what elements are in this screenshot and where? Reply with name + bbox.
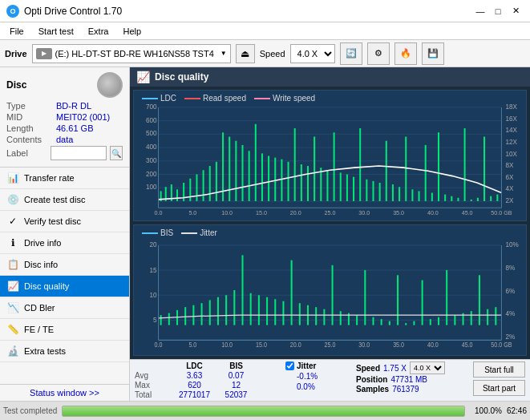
label-input[interactable] (51, 146, 107, 160)
close-button[interactable]: ✕ (508, 3, 524, 19)
svg-text:30.0: 30.0 (358, 209, 370, 216)
svg-text:45.0: 45.0 (462, 341, 473, 349)
verify-test-disc-icon: ✓ (6, 215, 19, 228)
burn-button[interactable]: 🔥 (394, 42, 417, 65)
svg-text:30.0: 30.0 (358, 341, 370, 349)
svg-rect-155 (471, 311, 472, 325)
svg-rect-71 (386, 141, 387, 201)
save-button[interactable]: 💾 (422, 42, 444, 65)
bis-col-header: BIS (218, 361, 254, 370)
svg-text:40.0: 40.0 (427, 341, 439, 349)
drive-selector[interactable]: ▶ (E:) HL-DT-ST BD-RE WH16NS58 TST4 ▼ (32, 44, 231, 63)
sidebar-item-drive-info[interactable]: ℹ Drive info (0, 232, 129, 254)
sidebar-item-extra-tests[interactable]: 🔬 Extra tests (0, 341, 129, 362)
svg-text:5.0: 5.0 (188, 209, 196, 216)
svg-rect-66 (353, 177, 354, 201)
label-button[interactable]: 🔍 (110, 146, 123, 160)
speed-stat-dropdown[interactable]: 4.0 X (410, 361, 445, 374)
svg-rect-41 (189, 179, 191, 201)
sidebar-nav: 📊 Transfer rate 💿 Create test disc ✓ Ver… (0, 168, 129, 384)
svg-rect-60 (314, 136, 315, 200)
refresh-button[interactable]: 🔄 (340, 42, 362, 65)
eject-button[interactable]: ⏏ (236, 44, 255, 63)
progress-track (62, 406, 465, 417)
disc-info-icon: 📋 (6, 258, 19, 271)
svg-text:6X: 6X (506, 174, 514, 181)
svg-text:500: 500 (146, 130, 157, 137)
sidebar-item-label: Transfer rate (24, 173, 75, 183)
svg-rect-141 (356, 315, 358, 325)
sidebar-item-cd-bler[interactable]: 📉 CD Bler (0, 297, 129, 319)
svg-text:35.0: 35.0 (393, 341, 404, 349)
svg-text:25.0: 25.0 (325, 209, 336, 216)
svg-rect-123 (209, 300, 211, 325)
svg-rect-45 (216, 162, 217, 201)
total-bis-value: 52037 (218, 390, 254, 399)
svg-rect-54 (274, 158, 276, 201)
label-label: Label (6, 148, 47, 158)
bis-chart: BIS Jitter 20 15 (133, 224, 527, 356)
sidebar-item-transfer-rate[interactable]: 📊 Transfer rate (0, 168, 129, 189)
status-window-button[interactable]: Status window >> (0, 384, 129, 401)
svg-rect-58 (301, 164, 302, 201)
svg-text:5.0: 5.0 (188, 341, 196, 349)
menu-file[interactable]: File (3, 25, 30, 38)
disc-title: Disc (6, 79, 26, 91)
sidebar-item-disc-quality[interactable]: 📈 Disc quality (0, 276, 129, 297)
jitter-legend-color (181, 232, 197, 234)
svg-rect-81 (451, 196, 452, 201)
svg-rect-143 (372, 317, 374, 325)
svg-text:200: 200 (146, 171, 157, 178)
elapsed-time: 62:46 (507, 406, 527, 415)
avg-ldc-value: 3.63 (172, 371, 216, 380)
window-controls: — □ ✕ (472, 3, 524, 19)
stats-buttons: Start full Start part (473, 361, 525, 396)
svg-rect-44 (209, 166, 211, 201)
svg-rect-88 (496, 195, 498, 201)
svg-rect-87 (490, 196, 492, 201)
type-value: BD-R DL (56, 101, 91, 111)
max-row-label: Max (135, 381, 171, 390)
type-label: Type (6, 101, 53, 111)
jitter-checkbox[interactable] (285, 361, 294, 370)
svg-text:10X: 10X (506, 150, 518, 157)
avg-jitter-value: -0.1% (297, 372, 318, 381)
content-area: 📈 Disc quality LDC Read speed (130, 67, 530, 401)
speed-selector[interactable]: 4.0 X (290, 44, 335, 63)
app-icon: O (6, 5, 19, 18)
stats-label-col (135, 361, 171, 370)
minimize-button[interactable]: — (472, 3, 488, 19)
menubar: File Start test Extra Help (0, 22, 530, 40)
svg-text:6%: 6% (506, 286, 516, 295)
sidebar-item-create-test-disc[interactable]: 💿 Create test disc (0, 189, 129, 211)
svg-rect-64 (340, 172, 342, 201)
disc-thumbnail (97, 72, 123, 98)
svg-rect-139 (340, 311, 342, 325)
svg-text:4%: 4% (506, 309, 516, 318)
svg-text:35.0: 35.0 (393, 209, 404, 216)
maximize-button[interactable]: □ (490, 3, 506, 19)
svg-rect-42 (196, 175, 197, 201)
svg-rect-39 (176, 189, 178, 201)
svg-rect-128 (250, 293, 252, 325)
sidebar-item-label: FE / TE (24, 325, 54, 334)
menu-extra[interactable]: Extra (82, 25, 115, 38)
svg-text:20.0: 20.0 (290, 209, 301, 216)
svg-text:300: 300 (146, 157, 157, 164)
svg-rect-70 (379, 183, 381, 201)
menu-help[interactable]: Help (116, 25, 148, 38)
svg-rect-152 (446, 270, 447, 325)
sidebar-item-fe-te[interactable]: 📏 FE / TE (0, 319, 129, 341)
start-full-button[interactable]: Start full (473, 361, 525, 378)
svg-text:20: 20 (149, 240, 156, 249)
svg-rect-59 (307, 166, 309, 201)
avg-bis-value: 0.07 (218, 371, 254, 380)
menu-start-test[interactable]: Start test (32, 25, 80, 38)
sidebar-item-label: CD Bler (24, 303, 55, 313)
settings-button[interactable]: ⚙ (367, 42, 390, 65)
start-part-button[interactable]: Start part (473, 380, 525, 396)
max-ldc-value: 620 (172, 381, 216, 390)
sidebar-item-disc-info[interactable]: 📋 Disc info (0, 254, 129, 276)
read-speed-legend-color (184, 98, 200, 99)
sidebar-item-verify-test-disc[interactable]: ✓ Verify test disc (0, 211, 129, 232)
